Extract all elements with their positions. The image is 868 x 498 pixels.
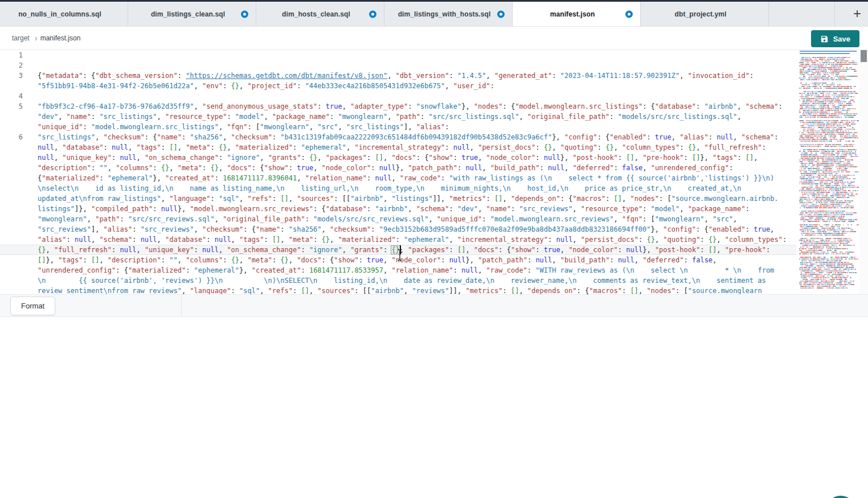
tab-manifest.json[interactable]: manifest.json bbox=[513, 2, 641, 26]
code-line[interactable]: updated_at\nfrom raw_listings", "languag… bbox=[0, 194, 796, 204]
modified-indicator-icon bbox=[625, 10, 633, 18]
tab-dim_listings_with_hosts.sql[interactable]: dim_listings_with_hosts.sql bbox=[384, 2, 513, 26]
code-line[interactable]: \nselect\n id as listing_id,\n name as l… bbox=[0, 183, 796, 194]
format-bar: Format bbox=[0, 294, 868, 317]
code-line-text: "fbb9f3c2-cf96-4a17-b736-976a62d35ff9", … bbox=[38, 102, 783, 110]
tab-list: no_nulls_in_columns.sqldim_listings_clea… bbox=[0, 2, 769, 26]
code-line-text: \n {{ source('airbnb', 'reviews') }}\n \… bbox=[38, 277, 766, 285]
code-line-text: []}, "tags": [], "description": "", "col… bbox=[38, 256, 716, 264]
code-line[interactable]: {"materialized": "ephemeral"}, "created_… bbox=[0, 173, 796, 183]
code-line-text: {}, "full_refresh": null, "unique_key": … bbox=[38, 246, 770, 254]
code-line[interactable]: null, "database": null, "tags": [], "met… bbox=[0, 142, 796, 153]
results-pane bbox=[0, 317, 868, 498]
code-line[interactable]: 6"src_listings", "checksum": {"name": "s… bbox=[0, 132, 796, 142]
code-line[interactable]: 5"fbb9f3c2-cf96-4a17-b736-976a62d35ff9",… bbox=[0, 101, 796, 112]
line-number: 5 bbox=[0, 101, 23, 112]
code-line[interactable]: null, "unique_key": null, "on_schema_cha… bbox=[0, 153, 796, 163]
code-line-text: "src_listings", "checksum": {"name": "sh… bbox=[38, 133, 779, 141]
save-icon bbox=[820, 35, 829, 43]
code-line-text: "src_reviews"], "alias": "src_reviews", … bbox=[38, 225, 774, 233]
code-line[interactable]: "unrendered_config": {"materialized": "e… bbox=[0, 265, 796, 275]
tab-label: dim_listings_with_hosts.sql bbox=[391, 10, 506, 18]
modified-indicator-icon bbox=[497, 10, 505, 18]
code-line-text: "unique_id": "model.mwonglearn.src_listi… bbox=[38, 123, 449, 131]
code-line-text: {"metadata": {"dbt_schema_version": "htt… bbox=[38, 72, 754, 80]
code-line[interactable]: "src_reviews"], "alias": "src_reviews", … bbox=[0, 224, 796, 234]
tab-label: dim_listings_clean.sql bbox=[144, 10, 240, 18]
tab-dim_hosts_clean.sql[interactable]: dim_hosts_clean.sql bbox=[256, 2, 384, 26]
minimap[interactable] bbox=[799, 50, 859, 290]
code-line-text: "dev", "name": "src_listings", "resource… bbox=[38, 113, 742, 121]
tab-no_nulls_in_columns.sql[interactable]: no_nulls_in_columns.sql bbox=[0, 2, 128, 26]
code-line[interactable]: \n {{ source('airbnb', 'reviews') }}\n \… bbox=[0, 275, 796, 286]
code-line-text: {"materialized": "ephemeral"}, "created_… bbox=[38, 174, 774, 182]
code-line-text: review_sentiment\nfrom raw_reviews", "la… bbox=[38, 287, 762, 294]
tab-dim_listings_clean.sql[interactable]: dim_listings_clean.sql bbox=[128, 2, 256, 26]
line-number: 6 bbox=[0, 132, 23, 142]
save-button-label: Save bbox=[833, 35, 850, 43]
code-line-text: null, "unique_key": null, "on_schema_cha… bbox=[38, 154, 758, 162]
code-line-text: "mwonglearn", "path": "src/src_reviews.s… bbox=[38, 215, 737, 223]
code-line[interactable]: 1 bbox=[0, 50, 796, 60]
code-line[interactable]: "description": "", "columns": {}, "meta"… bbox=[0, 163, 796, 173]
tab-label: manifest.json bbox=[543, 10, 610, 18]
code-line-text: "5f51bb91-94b8-4e31-94f2-26b5e061d22a", … bbox=[38, 82, 494, 90]
code-line[interactable]: review_sentiment\nfrom raw_reviews", "la… bbox=[0, 286, 796, 294]
tab-dbt_project.yml[interactable]: dbt_project.yml bbox=[641, 2, 769, 26]
chevron-right-icon: › bbox=[35, 33, 38, 43]
code-line[interactable]: "dev", "name": "src_listings", "resource… bbox=[0, 112, 796, 122]
modified-indicator-icon bbox=[369, 10, 376, 18]
pane-divider bbox=[181, 295, 182, 317]
code-line[interactable]: 4 bbox=[0, 91, 796, 101]
code-line-text: null, "database": null, "tags": [], "met… bbox=[38, 143, 766, 151]
modified-indicator-icon bbox=[241, 10, 248, 18]
code-line[interactable]: 2 bbox=[0, 60, 796, 71]
tab-label: dbt_project.yml bbox=[668, 10, 742, 18]
scrollbar-thumb[interactable] bbox=[861, 50, 867, 62]
code-line[interactable]: {}, "full_refresh": null, "unique_key": … bbox=[0, 245, 796, 255]
breadcrumb-file: manifest.json bbox=[40, 34, 81, 42]
code-editor[interactable]: 123{"metadata": {"dbt_schema_version": "… bbox=[0, 50, 868, 294]
code-line-text: listings"]}, "compiled_path": null}, "mo… bbox=[38, 205, 750, 213]
save-button[interactable]: Save bbox=[811, 30, 859, 47]
code-line[interactable]: "alias": null, "schema": null, "database… bbox=[0, 234, 796, 245]
breadcrumb-bar: target › manifest.json Save bbox=[0, 27, 868, 50]
code-line[interactable]: 3{"metadata": {"dbt_schema_version": "ht… bbox=[0, 71, 796, 81]
line-number: 2 bbox=[0, 60, 23, 71]
line-number: 4 bbox=[0, 91, 23, 101]
code-line-text: "alias": null, "schema": null, "database… bbox=[38, 236, 787, 244]
tab-bar-spacer bbox=[769, 2, 835, 26]
code-line-text: \nselect\n id as listing_id,\n name as l… bbox=[38, 184, 741, 192]
format-button[interactable]: Format bbox=[10, 297, 55, 315]
code-line[interactable]: "mwonglearn", "path": "src/src_reviews.s… bbox=[0, 214, 796, 224]
new-tab-button[interactable]: + bbox=[847, 4, 867, 23]
code-rows: 123{"metadata": {"dbt_schema_version": "… bbox=[0, 50, 796, 294]
line-number: 3 bbox=[0, 71, 23, 81]
code-line-text: "unrendered_config": {"materialized": "e… bbox=[38, 266, 774, 274]
code-line-text: updated_at\nfrom raw_listings", "languag… bbox=[38, 195, 779, 203]
code-line[interactable]: "5f51bb91-94b8-4e31-94f2-26b5e061d22a", … bbox=[0, 81, 796, 91]
code-line[interactable]: "unique_id": "model.mwonglearn.src_listi… bbox=[0, 122, 796, 132]
code-line[interactable]: listings"]}, "compiled_path": null}, "mo… bbox=[0, 204, 796, 214]
code-line[interactable]: []}, "tags": [], "description": "", "col… bbox=[0, 255, 796, 265]
tab-label: dim_hosts_clean.sql bbox=[275, 10, 365, 18]
editor-scrollbar[interactable] bbox=[859, 50, 868, 294]
line-number: 1 bbox=[0, 50, 23, 60]
tab-bar: no_nulls_in_columns.sqldim_listings_clea… bbox=[0, 2, 868, 27]
ide-window: no_nulls_in_columns.sqldim_listings_clea… bbox=[0, 0, 868, 498]
breadcrumb-folder[interactable]: target bbox=[12, 34, 30, 42]
code-line-text: "description": "", "columns": {}, "meta"… bbox=[38, 164, 733, 172]
tab-label: no_nulls_in_columns.sql bbox=[11, 10, 116, 18]
